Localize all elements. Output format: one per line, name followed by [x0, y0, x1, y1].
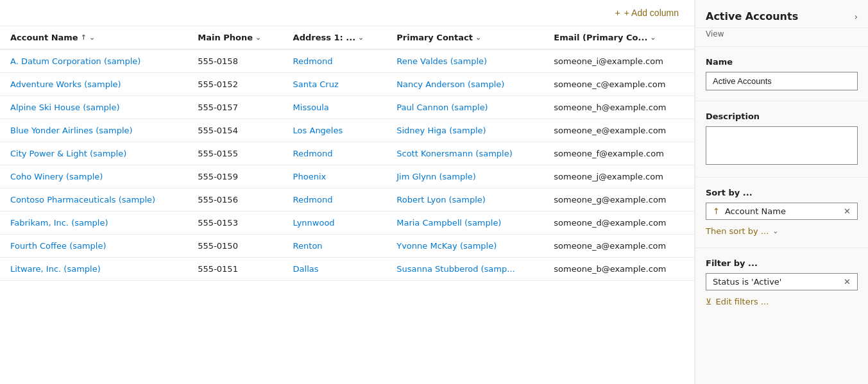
- table-cell[interactable]: Missoula: [283, 96, 387, 119]
- table-cell: 555-0152: [187, 73, 282, 96]
- table-cell[interactable]: Susanna Stubberod (samp...: [386, 258, 543, 281]
- table-cell: someone_d@example.com: [543, 212, 694, 235]
- table-cell[interactable]: Blue Yonder Airlines (sample): [0, 119, 187, 142]
- table-cell[interactable]: A. Datum Corporation (sample): [0, 49, 187, 73]
- table-container: Account Name ↑ ⌄ Main Phone ⌄ Addr: [0, 26, 694, 384]
- then-sort-row[interactable]: Then sort by ... ⌄: [706, 225, 858, 237]
- sort-section: Sort by ... ↑ Account Name ✕ Then sort b…: [695, 178, 868, 248]
- table-cell[interactable]: Phoenix: [283, 165, 387, 188]
- table-cell[interactable]: Coho Winery (sample): [0, 165, 187, 188]
- table-cell: 555-0151: [187, 258, 282, 281]
- table-cell[interactable]: Redmond: [283, 188, 387, 212]
- table-cell: 555-0158: [187, 49, 282, 73]
- col-account-name[interactable]: Account Name ↑ ⌄: [0, 26, 187, 49]
- filter-chip-value: Status is 'Active': [713, 277, 781, 287]
- table-cell[interactable]: Los Angeles: [283, 119, 387, 142]
- name-input[interactable]: [706, 72, 858, 90]
- table-cell[interactable]: Redmond: [283, 49, 387, 73]
- table-cell: 555-0155: [187, 142, 282, 165]
- table-cell[interactable]: Renton: [283, 235, 387, 258]
- table-row: A. Datum Corporation (sample)555-0158Red…: [0, 49, 694, 73]
- table-row: Alpine Ski House (sample)555-0157Missoul…: [0, 96, 694, 119]
- table-cell: 555-0157: [187, 96, 282, 119]
- table-row: Litware, Inc. (sample)555-0151DallasSusa…: [0, 258, 694, 281]
- table-cell[interactable]: Alpine Ski House (sample): [0, 96, 187, 119]
- table-cell[interactable]: Maria Campbell (sample): [386, 212, 543, 235]
- table-cell[interactable]: Dallas: [283, 258, 387, 281]
- table-cell[interactable]: Fabrikam, Inc. (sample): [0, 212, 187, 235]
- sort-chip: ↑ Account Name ✕: [706, 203, 858, 220]
- filter-chip-remove-button[interactable]: ✕: [844, 277, 851, 287]
- table-cell[interactable]: Nancy Anderson (sample): [386, 73, 543, 96]
- panel-header: Active Accounts ›: [695, 0, 868, 28]
- filter-chip: Status is 'Active' ✕: [706, 273, 858, 290]
- add-column-button[interactable]: + + Add column: [610, 5, 684, 21]
- table-cell: someone_g@example.com: [543, 188, 694, 212]
- col-primary-contact[interactable]: Primary Contact ⌄: [386, 26, 543, 49]
- table-cell[interactable]: Litware, Inc. (sample): [0, 258, 187, 281]
- table-cell: someone_j@example.com: [543, 165, 694, 188]
- then-sort-label: Then sort by ...: [706, 226, 769, 236]
- table-cell[interactable]: Santa Cruz: [283, 73, 387, 96]
- table-cell[interactable]: Redmond: [283, 142, 387, 165]
- right-panel: Active Accounts › View Name Description …: [695, 0, 868, 384]
- table-cell: someone_a@example.com: [543, 235, 694, 258]
- table-cell[interactable]: Sidney Higa (sample): [386, 119, 543, 142]
- table-cell[interactable]: Paul Cannon (sample): [386, 96, 543, 119]
- col-chevron-4: ⌄: [650, 33, 656, 42]
- table-header: Account Name ↑ ⌄ Main Phone ⌄ Addr: [0, 26, 694, 49]
- table-cell[interactable]: Yvonne McKay (sample): [386, 235, 543, 258]
- table-cell: someone_f@example.com: [543, 142, 694, 165]
- description-section: Description: [695, 101, 868, 178]
- sort-chip-value: Account Name: [725, 206, 786, 216]
- panel-view-label: View: [695, 28, 868, 47]
- table-row: Contoso Pharmaceuticals (sample)555-0156…: [0, 188, 694, 212]
- table-cell[interactable]: Adventure Works (sample): [0, 73, 187, 96]
- col-address[interactable]: Address 1: ... ⌄: [283, 26, 387, 49]
- col-chevron-1: ⌄: [255, 33, 261, 42]
- table-cell[interactable]: Fourth Coffee (sample): [0, 235, 187, 258]
- filter-section: Filter by ... Status is 'Active' ✕ ⊻ Edi…: [695, 248, 868, 317]
- table-cell[interactable]: Scott Konersmann (sample): [386, 142, 543, 165]
- col-chevron-0: ⌄: [89, 33, 95, 42]
- name-label: Name: [706, 57, 858, 67]
- table-cell: 555-0150: [187, 235, 282, 258]
- table-cell: someone_i@example.com: [543, 49, 694, 73]
- sort-section-label: Sort by ...: [706, 188, 858, 197]
- table-row: Adventure Works (sample)555-0152Santa Cr…: [0, 73, 694, 96]
- filter-section-label: Filter by ...: [706, 258, 858, 268]
- table-cell: 555-0159: [187, 165, 282, 188]
- table-cell: 555-0156: [187, 188, 282, 212]
- table-cell[interactable]: Robert Lyon (sample): [386, 188, 543, 212]
- table-body: A. Datum Corporation (sample)555-0158Red…: [0, 49, 694, 281]
- table-cell: 555-0153: [187, 212, 282, 235]
- panel-expand-icon[interactable]: ›: [854, 12, 858, 22]
- toolbar: + + Add column: [0, 0, 694, 26]
- accounts-table: Account Name ↑ ⌄ Main Phone ⌄ Addr: [0, 26, 694, 281]
- table-row: Fabrikam, Inc. (sample)555-0153LynnwoodM…: [0, 212, 694, 235]
- plus-icon: +: [615, 8, 620, 18]
- main-content-area: + + Add column Account Name ↑ ⌄: [0, 0, 695, 384]
- description-label: Description: [706, 112, 858, 121]
- col-chevron-2: ⌄: [358, 33, 364, 42]
- edit-filters-row[interactable]: ⊻ Edit filters ...: [706, 297, 858, 306]
- table-cell[interactable]: Jim Glynn (sample): [386, 165, 543, 188]
- table-cell: someone_b@example.com: [543, 258, 694, 281]
- description-textarea[interactable]: [706, 126, 858, 165]
- table-row: Fourth Coffee (sample)555-0150RentonYvon…: [0, 235, 694, 258]
- col-email[interactable]: Email (Primary Co... ⌄: [543, 26, 694, 49]
- sort-chip-remove-button[interactable]: ✕: [844, 206, 851, 216]
- table-cell[interactable]: Lynnwood: [283, 212, 387, 235]
- table-row: Coho Winery (sample)555-0159PhoenixJim G…: [0, 165, 694, 188]
- table-cell[interactable]: Rene Valdes (sample): [386, 49, 543, 73]
- filter-icon: ⊻: [706, 297, 712, 306]
- sort-up-icon: ↑: [713, 206, 720, 216]
- table-row: Blue Yonder Airlines (sample)555-0154Los…: [0, 119, 694, 142]
- table-row: City Power & Light (sample)555-0155Redmo…: [0, 142, 694, 165]
- panel-title: Active Accounts: [706, 10, 798, 22]
- table-cell[interactable]: City Power & Light (sample): [0, 142, 187, 165]
- col-chevron-3: ⌄: [475, 33, 481, 42]
- table-cell: someone_e@example.com: [543, 119, 694, 142]
- table-cell[interactable]: Contoso Pharmaceuticals (sample): [0, 188, 187, 212]
- col-main-phone[interactable]: Main Phone ⌄: [187, 26, 282, 49]
